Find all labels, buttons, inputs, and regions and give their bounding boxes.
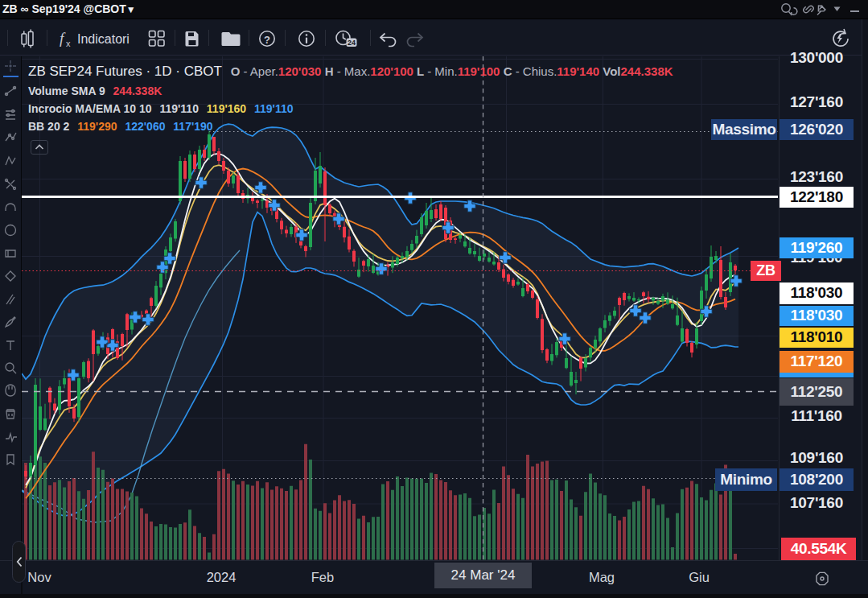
svg-text:24: 24	[348, 39, 356, 47]
svg-text:Indicatori: Indicatori	[77, 32, 130, 46]
svg-text:?: ?	[264, 34, 270, 46]
svg-text:f: f	[60, 30, 66, 47]
svg-text:x: x	[66, 39, 71, 48]
